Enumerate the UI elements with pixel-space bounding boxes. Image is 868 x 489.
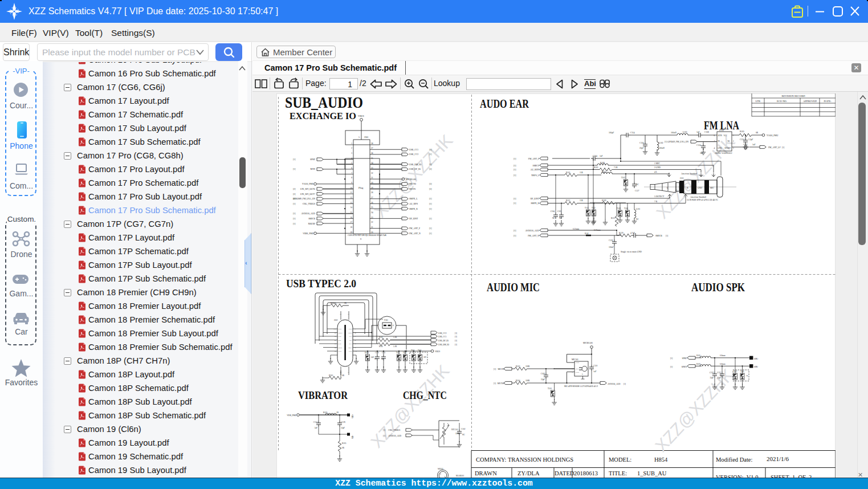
svg-text:J302: J302 <box>334 319 338 321</box>
svg-text:XRPS_L: XRPS_L <box>531 174 539 177</box>
svg-text:T112: T112 <box>592 207 596 209</box>
svg-text:R105: R105 <box>740 131 744 133</box>
svg-text:100uF: 100uF <box>609 246 614 248</box>
svg-text:J301: J301 <box>364 136 369 138</box>
svg-text:[3]: [3] <box>429 164 431 166</box>
svg-text:C124: C124 <box>696 144 701 146</box>
svg-text:[1]: [1] <box>429 208 431 210</box>
svg-text:USB_CC2: USB_CC2 <box>438 332 447 335</box>
svg-text:18: 18 <box>350 226 352 229</box>
svg-text:APPROVED: APPROVED <box>803 100 817 103</box>
svg-text:16: 16 <box>350 217 352 219</box>
svg-text:[3]: [3] <box>429 168 431 170</box>
svg-text:15R: 15R <box>580 199 583 202</box>
svg-text:R112: R112 <box>566 199 570 202</box>
svg-text:4.7uF: 4.7uF <box>630 232 635 234</box>
svg-text:7.5R: 7.5R <box>614 166 618 169</box>
svg-text:R102: R102 <box>379 345 383 348</box>
svg-text:33pF: 33pF <box>717 377 721 379</box>
svg-text:VIBR_PME: VIBR_PME <box>303 233 313 235</box>
svg-text:C115: C115 <box>740 138 744 141</box>
svg-text:MICP0: MICP0 <box>409 188 415 190</box>
svg-text:AVDD30_AUD: AVDD30_AUD <box>608 383 621 385</box>
svg-text:RFIN: RFIN <box>718 135 723 137</box>
svg-text:AUDO EAR: AUDO EAR <box>480 96 529 111</box>
svg-text:Modified Date:: Modified Date: <box>716 457 753 463</box>
svg-text:C104: C104 <box>551 210 555 213</box>
svg-text:NTC101: NTC101 <box>451 429 458 431</box>
svg-text:R305: R305 <box>329 374 333 377</box>
svg-text:9: 9 <box>360 238 361 241</box>
svg-text:[2]: [2] <box>293 193 295 195</box>
svg-text:[3]: [3] <box>429 183 431 185</box>
svg-text:FM_ANT_P: FM_ANT_P <box>409 227 420 230</box>
svg-text:1 MIC: 1 MIC <box>654 162 660 165</box>
svg-text:AW901 VAL8N5052: AW901 VAL8N5052 <box>715 152 732 154</box>
svg-text:[1]: [1] <box>383 435 385 437</box>
svg-text:0.25mm: 0.25mm <box>573 228 580 230</box>
svg-text:R104: R104 <box>516 380 520 382</box>
svg-text:R105: R105 <box>342 442 347 445</box>
svg-text:NC: NC <box>552 217 555 219</box>
svg-text:T106: T106 <box>624 207 628 210</box>
svg-text:20180613: 20180613 <box>574 470 598 476</box>
svg-text:1_SUB_AU: 1_SUB_AU <box>637 470 667 476</box>
svg-text:[1]: [1] <box>514 198 516 200</box>
svg-text:T109: T109 <box>617 207 621 210</box>
svg-text:HP_EINT: HP_EINT <box>531 198 540 200</box>
svg-text:OUT: OUT <box>576 368 579 370</box>
svg-text:5: 5 <box>358 136 360 138</box>
svg-text:[2]: [2] <box>293 188 295 190</box>
svg-text:[1]: [1] <box>494 368 496 370</box>
svg-text:[1]: [1] <box>293 158 295 161</box>
svg-text:[1]: [1] <box>293 223 295 225</box>
svg-text:C116: C116 <box>639 142 644 144</box>
svg-text:C112: C112 <box>313 421 318 423</box>
svg-text:AUDIO MIC: AUDIO MIC <box>487 281 540 294</box>
svg-text:11: 11 <box>351 191 353 194</box>
svg-text:5 DETECT: 5 DETECT <box>654 195 665 198</box>
svg-text:SMICB: SMICB <box>655 235 662 237</box>
svg-text:GND: GND <box>698 187 702 189</box>
svg-text:22: 22 <box>371 221 373 223</box>
svg-text:[3]: [3] <box>429 188 431 190</box>
svg-text:2021/1/6: 2021/1/6 <box>767 455 789 462</box>
svg-text:VIB-: VIB- <box>352 435 354 439</box>
svg-text:MIC-4PIN-MSSOM-1A2T10ZN0402E-4: MIC-4PIN-MSSOM-1A2T10ZN0402E-401.9 <box>564 385 598 388</box>
svg-text:TITLE:: TITLE: <box>609 470 627 476</box>
svg-text:SMICP: SMICP <box>533 165 539 167</box>
svg-text:NC: NC <box>728 140 730 142</box>
svg-text:USB_CC1: USB_CC1 <box>409 149 418 151</box>
svg-text:SPKP: SPKP <box>682 357 687 360</box>
svg-text:R107: R107 <box>696 363 700 365</box>
svg-text:VBUS: VBUS <box>348 332 352 334</box>
svg-text:L102: L102 <box>659 142 663 144</box>
svg-text:T107: T107 <box>733 370 737 373</box>
svg-text:NC: NC <box>374 358 377 360</box>
svg-text:C123: C123 <box>717 372 721 374</box>
svg-text:[1]: [1] <box>293 218 295 220</box>
svg-text:B105: B105 <box>696 354 700 357</box>
svg-text:C109: C109 <box>541 373 545 375</box>
svg-text:GND: GND <box>349 351 352 352</box>
svg-text:D101: D101 <box>365 352 369 354</box>
svg-text:R304A: R304A <box>331 302 336 304</box>
svg-text:VBUS: VBUS <box>339 332 343 334</box>
svg-text:R103: R103 <box>516 365 520 368</box>
svg-text:C110: C110 <box>375 352 379 354</box>
svg-text:18V: 18V <box>423 356 427 358</box>
svg-text:100pF: 100pF <box>609 132 614 134</box>
svg-text:1uF: 1uF <box>700 152 703 154</box>
svg-text:B105: B105 <box>323 411 328 414</box>
svg-text:T103: T103 <box>418 349 422 352</box>
svg-text:28: 28 <box>371 191 373 194</box>
svg-text:C111: C111 <box>382 352 386 354</box>
svg-text:CHG_TXBUS: CHG_TXBUS <box>388 429 400 431</box>
svg-text:CHG_TXBUS: CHG_TXBUS <box>303 203 315 205</box>
svg-text:33pF: 33pF <box>541 378 545 381</box>
svg-text:T101: T101 <box>548 388 552 390</box>
svg-text:EPROM9_FM_LNA_EN: EPROM9_FM_LNA_EN <box>293 198 315 200</box>
svg-text:[1]: [1] <box>455 344 457 346</box>
svg-text:R103: R103 <box>594 166 598 169</box>
svg-text:[1]: [1] <box>514 165 516 167</box>
